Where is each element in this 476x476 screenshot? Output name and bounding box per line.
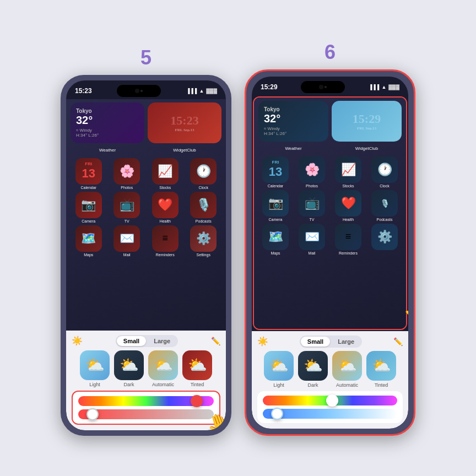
clock-label-app-6: Clock <box>380 184 390 188</box>
blue-slider-6[interactable] <box>263 409 397 419</box>
dark-label-5: Dark <box>123 382 134 387</box>
gray-slider-5[interactable] <box>78 409 214 419</box>
weather-desc-5: ≈ WindyH:34° L:26° <box>76 128 139 138</box>
app-row-2-5: 📷 Camera 📺 TV ❤️ Health 🎙️ <box>71 192 221 223</box>
panel-controls-5: ☀️ Small Large ✏️ <box>72 335 220 347</box>
pencil-icon-5[interactable]: ✏️ <box>211 337 220 345</box>
style-dark-6[interactable]: ⛅ Dark <box>298 351 328 388</box>
app-tv-6[interactable]: 📺 TV <box>295 190 329 221</box>
app-reminders-6[interactable]: ≡ Reminders <box>331 224 365 255</box>
health-icon-6: ❤️ <box>335 190 361 217</box>
large-btn-6[interactable]: Large <box>331 337 361 347</box>
dark-icon-5: ⛅ <box>114 350 144 380</box>
mail-icon-5: ✉️ <box>113 225 140 252</box>
app-stocks-6[interactable]: 📈 Stocks <box>331 156 365 188</box>
maps-label-6: Maps <box>271 251 280 255</box>
widget-labels-5: Weather WidgetClub <box>71 147 221 155</box>
light-icon-5: ⛅ <box>80 350 110 380</box>
large-btn-5[interactable]: Large <box>147 336 177 346</box>
dynamic-island-5 <box>117 85 161 97</box>
battery-icon-6: ▓▓▓ <box>388 84 399 90</box>
app-health-6[interactable]: ❤️ Health <box>331 190 365 221</box>
tinted-icon-5: ⛅ <box>182 350 212 380</box>
app-mail-6[interactable]: ✉️ Mail <box>295 224 329 255</box>
app-maps-6[interactable]: 🗺️ Maps <box>258 224 293 255</box>
app-calendar-6[interactable]: FRI 13 Calendar <box>258 156 293 188</box>
calendar-icon-5: FRI 13 <box>75 158 102 185</box>
photos-icon-5: 🌸 <box>113 158 140 185</box>
app-photos-6[interactable]: 🌸 Photos <box>295 156 329 188</box>
light-label-5: Light <box>89 382 100 387</box>
style-light-6[interactable]: ⛅ Light <box>264 351 294 388</box>
style-tinted-5[interactable]: ⛅ Tinted <box>182 350 212 387</box>
app-tv-5[interactable]: 📺 TV <box>109 192 145 223</box>
app-mail-5[interactable]: ✉️ Mail <box>109 225 145 257</box>
reminders-label-6: Reminders <box>339 251 358 255</box>
stocks-label-5: Stocks <box>159 186 171 190</box>
app-maps-5[interactable]: 🗺️ Maps <box>71 225 107 257</box>
widget-row-5: Tokyo 32° ≈ WindyH:34° L:26° 15:23 FRI. … <box>71 102 221 143</box>
app-health-5[interactable]: ❤️ Health <box>147 192 183 223</box>
app-clock-5[interactable]: 🕐 Clock <box>186 158 222 190</box>
hand-cursor-6: 🤚 <box>403 298 408 324</box>
app-settings-5[interactable]: ⚙️ Settings <box>186 225 222 257</box>
weather-city-5: Tokyo <box>76 108 139 114</box>
clock-label-5: WidgetClub <box>148 148 221 153</box>
app-reminders-5[interactable]: ≡ Reminders <box>147 225 183 257</box>
signal-icon-6: ▐▐▐ <box>369 84 379 90</box>
clock-icon-6: 🕐 <box>371 156 398 183</box>
app-photos-5[interactable]: 🌸 Photos <box>109 158 145 190</box>
reminders-icon-6: ≡ <box>335 224 361 250</box>
tinted-label-5: Tinted <box>191 382 204 387</box>
gray-thumb-5[interactable] <box>86 408 99 420</box>
battery-icon-5: ▓▓▓ <box>206 88 217 94</box>
app-clock-6[interactable]: 🕐 Clock <box>367 156 402 188</box>
app-podcasts-6[interactable]: 🎙️ Podcasts <box>367 190 402 221</box>
app-row-2-6: 📷 Camera 📺 TV ❤️ Health <box>258 190 402 221</box>
app-stocks-5[interactable]: 📈 Stocks <box>147 158 183 190</box>
sliders-section-6 <box>257 391 403 423</box>
rainbow-slider-5[interactable] <box>78 396 214 406</box>
size-toggle-5[interactable]: Small Large <box>116 335 178 347</box>
pencil-icon-6[interactable]: ✏️ <box>393 337 403 346</box>
di-sensor-6 <box>324 86 327 88</box>
style-row-5: ⛅ Light ⛅ Dark ⛅ Automatic ⛅ <box>72 350 220 387</box>
small-btn-5[interactable]: Small <box>117 336 146 346</box>
rainbow-thumb-5[interactable] <box>191 395 203 407</box>
tv-label-6: TV <box>310 218 315 221</box>
app-camera-5[interactable]: 📷 Camera <box>71 192 107 223</box>
style-auto-5[interactable]: ⛅ Automatic <box>148 350 178 387</box>
light-icon-6: ⛅ <box>264 351 294 381</box>
calendar-icon-6: FRI 13 <box>262 156 289 183</box>
rainbow-thumb-6[interactable] <box>326 394 338 407</box>
camera-label-5: Camera <box>82 219 95 223</box>
calendar-label-6: Calendar <box>268 184 283 188</box>
weather-desc-6: ≈ WindyH:34° L:26° <box>264 126 323 136</box>
wifi-icon-5: ▲ <box>199 88 204 94</box>
step-5-container: 5 15:23 ▐▐▐ ▲ ▓▓▓ <box>61 46 231 436</box>
style-tinted-6[interactable]: ⛅ Tinted <box>366 351 396 388</box>
size-toggle-6[interactable]: Small Large <box>300 336 362 348</box>
small-btn-6[interactable]: Small <box>301 337 330 347</box>
style-auto-6[interactable]: ⛅ Automatic <box>332 351 362 388</box>
screen-content-6: Tokyo 32° ≈ WindyH:34° L:26° 15:29 FRI. … <box>254 98 406 329</box>
tinted-icon-6: ⛅ <box>366 351 396 381</box>
photos-label-5: Photos <box>121 186 133 190</box>
maps-icon-6: 🗺️ <box>262 224 289 250</box>
reminders-icon-5: ≡ <box>152 225 178 252</box>
rainbow-slider-6[interactable] <box>263 396 397 405</box>
app-podcasts-5[interactable]: 🎙️ Podcasts <box>186 192 222 223</box>
camera-icon-6: 📷 <box>262 190 289 217</box>
app-calendar-5[interactable]: FRI 13 Calendar <box>71 158 107 190</box>
blue-thumb-6[interactable] <box>271 408 283 420</box>
app-camera-6[interactable]: 📷 Camera <box>258 190 293 221</box>
app-settings-6[interactable]: ⚙️ <box>367 224 402 255</box>
podcasts-label-5: Podcasts <box>196 219 212 223</box>
podcasts-icon-5: 🎙️ <box>190 192 217 218</box>
main-container: 5 15:23 ▐▐▐ ▲ ▓▓▓ <box>50 30 426 447</box>
style-dark-5[interactable]: ⛅ Dark <box>114 350 144 387</box>
style-light-5[interactable]: ⛅ Light <box>80 350 110 387</box>
weather-widget-6: Tokyo 32° ≈ WindyH:34° L:26° <box>258 101 328 142</box>
panel-controls-6: ☀️ Small Large ✏️ <box>257 336 403 348</box>
stocks-label-6: Stocks <box>342 184 354 188</box>
